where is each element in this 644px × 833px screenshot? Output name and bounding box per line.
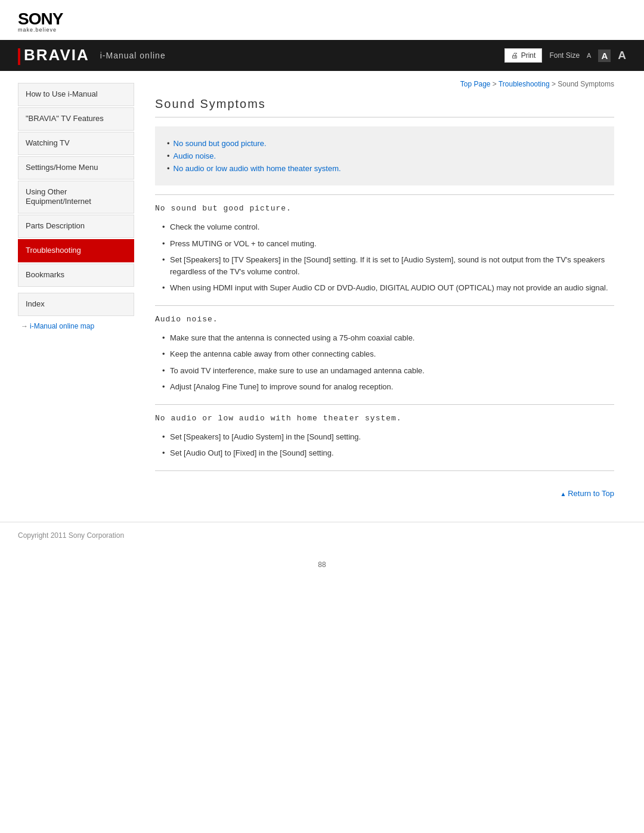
summary-item-3: No audio or low audio with home theater …	[167, 162, 602, 175]
divider-4	[155, 470, 614, 471]
list-item: Keep the antenna cable away from other c…	[161, 346, 614, 363]
breadcrumb-current: Sound Symptoms	[558, 80, 614, 88]
divider-2	[155, 305, 614, 306]
breadcrumb-troubleshooting[interactable]: Troubleshooting	[499, 80, 550, 88]
top-bar: SONY make.believe	[0, 0, 644, 40]
return-to-top: Return to Top	[155, 480, 614, 504]
divider-3	[155, 404, 614, 405]
copyright-text: Copyright 2011 Sony Corporation	[18, 531, 124, 540]
list-item: Set [Audio Out] to [Fixed] in the [Sound…	[161, 445, 614, 462]
red-accent-line	[18, 48, 20, 65]
sidebar-item-settings[interactable]: Settings/Home Menu	[18, 156, 134, 179]
breadcrumb-sep1: >	[491, 80, 499, 88]
summary-link-1[interactable]: No sound but good picture.	[174, 139, 267, 148]
list-item: Make sure that the antenna is connected …	[161, 330, 614, 346]
print-label: Print	[521, 51, 536, 60]
imanual-label: i-Manual online	[100, 51, 166, 60]
bravia-header-bar: BRAVIA i-Manual online 🖨 Print Font Size…	[0, 40, 644, 71]
summary-link-3[interactable]: No audio or low audio with home theater …	[174, 164, 341, 173]
font-size-label: Font Size	[549, 51, 580, 60]
bravia-left: BRAVIA i-Manual online	[18, 46, 166, 64]
bravia-right: 🖨 Print Font Size A A A	[504, 48, 626, 63]
summary-box: No sound but good picture. Audio noise. …	[155, 126, 614, 185]
page-number: 88	[0, 549, 644, 581]
section-1-list: Check the volume control. Press MUTING o…	[161, 219, 614, 296]
page-title: Sound Symptoms	[155, 97, 614, 117]
sidebar: How to Use i-Manual "BRAVIA" TV Features…	[18, 71, 143, 516]
sidebar-item-watching-tv[interactable]: Watching TV	[18, 132, 134, 155]
sidebar-item-parts[interactable]: Parts Description	[18, 215, 134, 238]
main-layout: How to Use i-Manual "BRAVIA" TV Features…	[0, 71, 644, 516]
font-medium-button[interactable]: A	[598, 49, 611, 62]
return-top-link[interactable]: Return to Top	[561, 489, 615, 498]
section-no-sound: No sound but good picture. Check the vol…	[155, 204, 614, 296]
summary-item-2: Audio noise.	[167, 150, 602, 162]
section-title-1: No sound but good picture.	[155, 204, 614, 213]
summary-link-2[interactable]: Audio noise.	[174, 151, 216, 160]
main-content: Top Page > Troubleshooting > Sound Sympt…	[143, 71, 626, 516]
arrow-icon: →	[21, 322, 28, 330]
footer: Copyright 2011 Sony Corporation	[0, 522, 644, 549]
map-link-label: i-Manual online map	[30, 322, 94, 330]
breadcrumb-top[interactable]: Top Page	[460, 80, 491, 88]
summary-item-1: No sound but good picture.	[167, 137, 602, 150]
summary-list: No sound but good picture. Audio noise. …	[167, 137, 602, 175]
section-audio-noise: Audio noise. Make sure that the antenna …	[155, 315, 614, 395]
section-2-list: Make sure that the antenna is connected …	[161, 330, 614, 395]
sidebar-item-how-to-use[interactable]: How to Use i-Manual	[18, 83, 134, 106]
breadcrumb-sep2: >	[550, 80, 558, 88]
divider-1	[155, 194, 614, 195]
section-title-3: No audio or low audio with home theater …	[155, 414, 614, 423]
section-low-audio: No audio or low audio with home theater …	[155, 414, 614, 462]
sidebar-item-bookmarks[interactable]: Bookmarks	[18, 264, 134, 287]
sony-tagline: make.believe	[18, 27, 63, 33]
list-item: Adjust [Analog Fine Tune] to improve sou…	[161, 379, 614, 395]
imanual-map-link[interactable]: →i-Manual online map	[18, 322, 134, 330]
sony-text: SONY	[18, 11, 63, 27]
sidebar-item-equipment[interactable]: Using Other Equipment/Internet	[18, 181, 134, 214]
section-3-list: Set [Speakers] to [Audio System] in the …	[161, 429, 614, 462]
list-item: Set [Speakers] to [TV Speakers] in the […	[161, 252, 614, 280]
list-item: Check the volume control.	[161, 219, 614, 236]
sony-logo: SONY make.believe	[18, 11, 63, 33]
breadcrumb: Top Page > Troubleshooting > Sound Sympt…	[155, 80, 614, 88]
list-item: Set [Speakers] to [Audio System] in the …	[161, 429, 614, 445]
sidebar-item-bravia-features[interactable]: "BRAVIA" TV Features	[18, 107, 134, 131]
list-item: Press MUTING or VOL + to cancel muting.	[161, 236, 614, 252]
print-icon: 🖨	[511, 51, 518, 60]
font-small-button[interactable]: A	[587, 52, 591, 59]
sidebar-item-troubleshooting[interactable]: Troubleshooting	[18, 239, 134, 262]
list-item: When using HDMI input with Super Audio C…	[161, 280, 614, 296]
list-item: To avoid TV interference, make sure to u…	[161, 363, 614, 379]
sidebar-item-index[interactable]: Index	[18, 293, 134, 316]
font-large-button[interactable]: A	[618, 49, 626, 62]
print-button[interactable]: 🖨 Print	[504, 48, 543, 63]
section-title-2: Audio noise.	[155, 315, 614, 324]
bravia-logo: BRAVIA	[18, 46, 89, 64]
